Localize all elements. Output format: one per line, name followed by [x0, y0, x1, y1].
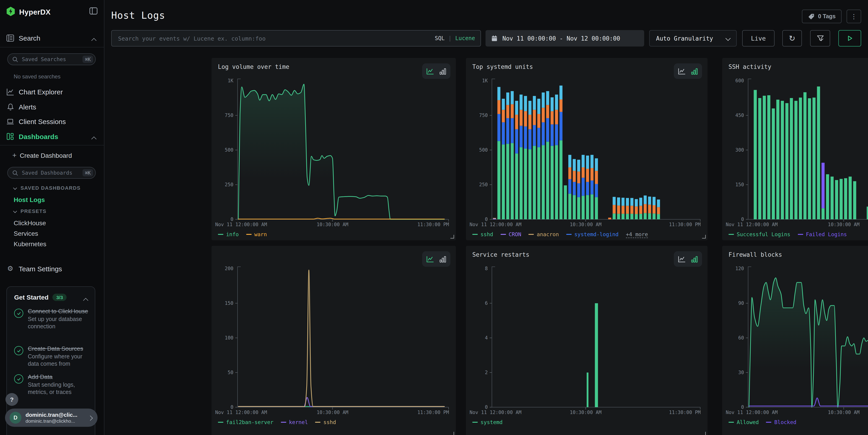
panel-resize-handle[interactable]: [451, 235, 454, 239]
get-started-task[interactable]: Connect to ClickHouseSet up your databas…: [14, 308, 89, 330]
saved-dashboards-input[interactable]: Saved Dashboards ⌘K: [7, 167, 96, 179]
legend-more-label[interactable]: +4 more: [626, 231, 648, 238]
svg-text:Nov 11 12:00:00 AM: Nov 11 12:00:00 AM: [215, 222, 267, 227]
saved-searches-placeholder: Saved Searches: [22, 56, 83, 62]
time-range-picker[interactable]: Nov 11 00:00:00 - Nov 12 00:00:00: [486, 30, 644, 46]
legend-item[interactable]: +4 more: [626, 231, 648, 238]
shortcut-badge: ⌘K: [83, 56, 93, 63]
sidebar-item-search[interactable]: Search: [0, 32, 104, 44]
sidebar-item-alerts[interactable]: Alerts: [0, 101, 104, 113]
legend-dash: [766, 422, 772, 423]
line-chart-icon[interactable]: [678, 255, 686, 262]
live-button[interactable]: Live: [742, 30, 775, 46]
app-root: HyperDX Search: [0, 0, 868, 435]
firewall-blocks-chart[interactable]: 1209060300Nov 11 12:00:00 AM10:30:00 AM1…: [722, 262, 868, 416]
kebab-menu-button[interactable]: ⋮: [846, 9, 861, 23]
sidebar-item-dashboards[interactable]: Dashboards: [0, 130, 104, 142]
svg-text:750: 750: [479, 113, 488, 118]
legend-item[interactable]: CRON: [500, 231, 521, 238]
legend-label: kernel: [289, 419, 308, 426]
panel-resize-handle[interactable]: [702, 235, 706, 239]
sidebar-item-chart-explorer[interactable]: Chart Explorer: [0, 86, 104, 98]
bar-chart-icon[interactable]: [439, 255, 446, 262]
service-restarts-chart[interactable]: 86420Nov 11 12:00:00 AM10:30:00 AM11:30:…: [466, 262, 708, 416]
calendar-icon: [491, 35, 498, 42]
legend-item[interactable]: sshd: [315, 419, 336, 426]
sidebar-item-team-settings[interactable]: ⚙ Team Settings: [0, 262, 104, 275]
event-search-input[interactable]: Search your events w/ Lucene ex. column:…: [111, 30, 481, 46]
legend-dash: [281, 422, 286, 423]
svg-text:600: 600: [735, 78, 744, 84]
line-chart-icon[interactable]: [678, 68, 686, 74]
bar-chart-icon[interactable]: [691, 255, 698, 262]
get-started-task[interactable]: Add DataStart sending logs, metrics, or …: [14, 373, 89, 396]
legend-item[interactable]: info: [218, 231, 239, 238]
legend-label: Blocked: [774, 419, 797, 426]
check-circle-icon: [14, 374, 23, 383]
sql-toggle[interactable]: SQL: [435, 35, 444, 41]
svg-text:Nov 11 12:00:00 AM: Nov 11 12:00:00 AM: [470, 222, 522, 227]
legend-item[interactable]: Blocked: [766, 419, 797, 426]
svg-text:60: 60: [738, 335, 744, 341]
top-systemd-units-chart[interactable]: 1K7505002500Nov 11 12:00:00 AM10:30:00 A…: [466, 74, 708, 228]
play-button[interactable]: [838, 30, 861, 46]
help-button[interactable]: ?: [5, 393, 18, 406]
legend-item[interactable]: Allowed: [728, 419, 759, 426]
tags-button[interactable]: 0 Tags: [802, 9, 842, 23]
sidebar-item-services[interactable]: Services: [14, 230, 38, 237]
legend-item[interactable]: systemd: [472, 419, 503, 426]
shortcut-badge: ⌘K: [83, 169, 93, 177]
legend-item[interactable]: fail2ban-server: [218, 419, 274, 426]
chart-view-toggle: [422, 251, 451, 267]
saved-searches-input[interactable]: Saved Searches ⌘K: [7, 53, 96, 65]
laptop-icon: [6, 118, 14, 125]
dashboards-label: Dashboards: [19, 132, 58, 140]
log-volume-over-time-chart[interactable]: 1K7505002500Nov 11 12:00:00 AM10:30:00 A…: [212, 74, 456, 228]
user-profile-chip[interactable]: D dominic.tran@clic... dominic.tran@clic…: [5, 409, 98, 427]
chevron-up-icon[interactable]: [83, 298, 88, 303]
sidebar-item-client-sessions[interactable]: Client Sessions: [0, 115, 104, 127]
granularity-select[interactable]: Auto Granularity: [649, 30, 737, 46]
legend-item[interactable]: kernel: [281, 419, 308, 426]
svg-text:10:30:00 AM: 10:30:00 AM: [828, 222, 860, 227]
create-dashboard-button[interactable]: + Create Dashboard: [0, 151, 104, 160]
chart-legend: fail2ban-serverkernelsshd: [212, 416, 456, 428]
panel-resize-handle[interactable]: [451, 432, 454, 435]
refresh-button[interactable]: ↻: [782, 30, 802, 46]
chart-title: Service restarts: [466, 246, 708, 262]
legend-item[interactable]: Failed Logins: [798, 231, 847, 238]
bar-chart-icon[interactable]: [691, 68, 698, 74]
saved-dashboards-section-header[interactable]: SAVED DASHBOARDS: [14, 185, 81, 191]
legend-item[interactable]: Successful Logins: [728, 231, 790, 238]
saved-dashboards-section-title: SAVED DASHBOARDS: [21, 185, 81, 191]
chart-explorer-label: Chart Explorer: [19, 88, 63, 96]
legend-item[interactable]: systemd-logind: [566, 231, 619, 238]
chart-plot[interactable]: 200150100500Nov 11 12:00:00 AM10:30:00 A…: [212, 262, 456, 416]
sidebar-item-kubernetes[interactable]: Kubernetes: [14, 240, 46, 248]
lucene-toggle[interactable]: Lucene: [455, 35, 475, 41]
chart-panel: SSH activity 6004503001500Nov 11 12:00:0…: [722, 58, 868, 240]
sidebar-item-clickhouse[interactable]: ClickHouse: [14, 219, 46, 227]
panel-resize-handle[interactable]: [702, 432, 706, 435]
svg-text:50: 50: [228, 370, 234, 375]
sidebar-item-host-logs[interactable]: Host Logs: [14, 196, 45, 204]
svg-text:90: 90: [738, 301, 744, 306]
legend-dash: [566, 234, 572, 235]
line-chart-icon[interactable]: [426, 68, 434, 74]
svg-text:0: 0: [741, 404, 744, 410]
hyperdx-logo-icon[interactable]: [6, 6, 16, 18]
get-started-task[interactable]: Create Data SourcesConfigure where your …: [14, 345, 89, 368]
bar-chart-icon[interactable]: [439, 68, 446, 74]
user-email: dominic.tran@clickho...: [26, 418, 88, 424]
sidebar-collapse-icon[interactable]: [89, 7, 98, 17]
svg-text:200: 200: [225, 266, 234, 271]
legend-item[interactable]: sshd: [472, 231, 493, 238]
ssh-activity-chart[interactable]: 6004503001500Nov 11 12:00:00 AM10:30:00 …: [722, 74, 868, 228]
line-chart-icon[interactable]: [426, 255, 434, 262]
chart-area: 86420Nov 11 12:00:00 AM10:30:00 AM11:30:…: [466, 262, 708, 416]
presets-section-header[interactable]: PRESETS: [14, 208, 46, 214]
filter-button[interactable]: [810, 30, 830, 46]
chart-legend: infowarn: [212, 228, 456, 240]
legend-item[interactable]: warn: [246, 231, 267, 238]
legend-item[interactable]: anacron: [529, 231, 559, 238]
